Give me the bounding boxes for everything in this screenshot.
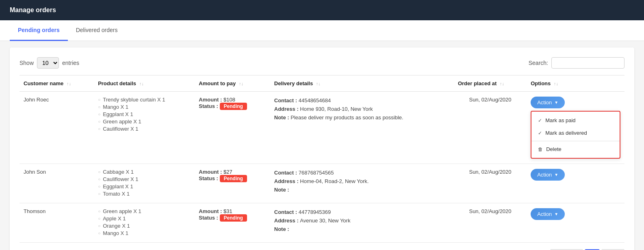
action-button[interactable]: Action ▼ (531, 169, 565, 181)
action-button[interactable]: Action ▼ (531, 208, 565, 220)
order-date-cell: Sun, 02/Aug/2020 (454, 203, 527, 243)
product-item: Green apple X 1 (98, 208, 191, 214)
address-label: Address : (274, 178, 300, 184)
chevron-down-icon: ▼ (554, 100, 558, 105)
product-item: Eggplant X 1 (98, 111, 191, 117)
col-product-details: Product details ↑↓ (94, 75, 195, 92)
amount-cell: Amount : $108 Status : Pending (195, 92, 270, 164)
status-label: Status : (199, 103, 219, 109)
tab-pending-orders[interactable]: Pending orders (10, 20, 68, 41)
entries-select[interactable]: 10 25 50 (37, 57, 59, 69)
product-item: Apple X 1 (98, 216, 191, 222)
col-amount: Amount to pay ↑↓ (195, 75, 270, 92)
contact-value: 768768754565 (299, 170, 334, 176)
note-value: Please deliver my products as soon as po… (291, 114, 403, 121)
product-item: Eggplant X 1 (98, 183, 191, 190)
product-item: Tomato X 1 (98, 191, 191, 197)
options-cell: Action ▼ (527, 164, 624, 203)
address-value: Avenue 30, New York (300, 218, 350, 224)
sort-icon-options[interactable]: ↑↓ (554, 81, 558, 86)
delivery-details-cell: Contact : 44548654684 Address : Home 930… (270, 92, 454, 164)
sort-icon-customer[interactable]: ↑↓ (67, 81, 71, 86)
trash-icon: 🗑 (538, 147, 543, 152)
order-date-cell: Sun, 02/Aug/2020 (454, 164, 527, 203)
product-details-cell: Green apple X 1Apple X 1Orange X 1Mango … (94, 203, 195, 243)
dropdown-divider (531, 141, 620, 141)
contact-value: 44778945369 (299, 209, 331, 215)
table-controls: Show 10 25 50 entries Search: (20, 57, 624, 69)
table-row: John SonCabbage X 1Cauliflower X 1Eggpla… (20, 164, 624, 203)
amount-value: $27 (223, 169, 232, 175)
product-item: Cauliflower X 1 (98, 126, 191, 132)
product-item: Cabbage X 1 (98, 169, 191, 175)
contact-label: Contact : (274, 209, 299, 215)
top-bar: Manage orders (0, 0, 644, 20)
sort-icon-delivery[interactable]: ↑↓ (316, 81, 321, 86)
customer-name-cell: Thomson (20, 203, 94, 243)
product-item: Trendy skyblue curtain X 1 (98, 97, 191, 103)
sort-icon-amount[interactable]: ↑↓ (239, 81, 243, 86)
orders-table: Customer name ↑↓ Product details ↑↓ Amou… (20, 75, 624, 243)
status-badge: Pending (220, 175, 247, 182)
delivery-details-cell: Contact : 768768754565 Address : Home-04… (270, 164, 454, 203)
order-date-cell: Sun, 02/Aug/2020 (454, 92, 527, 164)
status-badge: Pending (220, 103, 247, 110)
mark-paid-item[interactable]: ✓ Mark as paid (531, 114, 620, 127)
chevron-down-icon: ▼ (554, 212, 558, 216)
mark-paid-label: Mark as paid (545, 117, 575, 123)
product-details-cell: Cabbage X 1Cauliflower X 1Eggplant X 1To… (94, 164, 195, 203)
contact-label: Contact : (274, 170, 299, 176)
product-details-cell: Trendy skyblue curtain X 1Mango X 1Eggpl… (94, 92, 195, 164)
tab-delivered-orders[interactable]: Delivered orders (68, 20, 126, 41)
search-label: Search: (529, 60, 548, 66)
mark-delivered-label: Mark as delivered (545, 130, 587, 136)
product-item: Cauliflower X 1 (98, 176, 191, 182)
chevron-down-icon: ▼ (554, 172, 558, 177)
delivery-details-cell: Contact : 44778945369 Address : Avenue 3… (270, 203, 454, 243)
amount-label: Amount : (199, 97, 223, 103)
address-value: Home-04, Road-2, New York. (300, 178, 369, 184)
status-label: Status : (199, 215, 219, 221)
address-value: Home 930, Road-10, New York (300, 106, 373, 112)
delete-item[interactable]: 🗑 Delete (531, 143, 620, 155)
status-label: Status : (199, 175, 219, 181)
amount-value: $108 (223, 97, 235, 103)
amount-cell: Amount : $27 Status : Pending (195, 164, 270, 203)
note-label: Note : (274, 114, 291, 121)
address-label: Address : (274, 218, 300, 224)
note-label: Note : (274, 187, 289, 193)
search-input[interactable] (551, 57, 624, 69)
amount-cell: Amount : $31 Status : Pending (195, 203, 270, 243)
col-order-placed: Order placed at ↑↓ (454, 75, 527, 92)
customer-name-cell: John Son (20, 164, 94, 203)
action-dropdown: ✓ Mark as paid ✓ Mark as delivered 🗑 Del… (531, 111, 620, 159)
mark-delivered-item[interactable]: ✓ Mark as delivered (531, 127, 620, 139)
address-label: Address : (274, 106, 300, 112)
options-cell: Action ▼ (527, 203, 624, 243)
table-row: John RoecTrendy skyblue curtain X 1Mango… (20, 92, 624, 164)
amount-label: Amount : (199, 208, 223, 214)
check-icon-2: ✓ (538, 130, 542, 136)
product-item: Orange X 1 (98, 223, 191, 229)
check-icon: ✓ (538, 118, 542, 123)
product-item: Mango X 1 (98, 230, 191, 236)
contact-label: Contact : (274, 97, 299, 103)
contact-value: 44548654684 (299, 97, 331, 103)
product-item: Green apple X 1 (98, 119, 191, 125)
action-button-open[interactable]: Action ▼ (531, 97, 565, 108)
options-cell: Action ▼ ✓ Mark as paid ✓ Mark as delive… (527, 92, 624, 164)
customer-name-cell: John Roec (20, 92, 94, 164)
sort-icon-product[interactable]: ↑↓ (139, 81, 144, 86)
tabs-bar: Pending orders Delivered orders (0, 20, 644, 41)
note-label: Note : (274, 226, 289, 232)
entries-label: entries (62, 60, 79, 66)
col-customer-name: Customer name ↑↓ (20, 75, 94, 92)
sort-icon-order-placed[interactable]: ↑↓ (500, 81, 504, 86)
app-title: Manage orders (10, 6, 56, 13)
show-label: Show (20, 60, 34, 66)
delete-label: Delete (546, 146, 562, 152)
product-item: Mango X 1 (98, 104, 191, 110)
table-row: ThomsonGreen apple X 1Apple X 1Orange X … (20, 203, 624, 243)
status-badge: Pending (220, 214, 247, 222)
amount-value: $31 (223, 208, 232, 214)
